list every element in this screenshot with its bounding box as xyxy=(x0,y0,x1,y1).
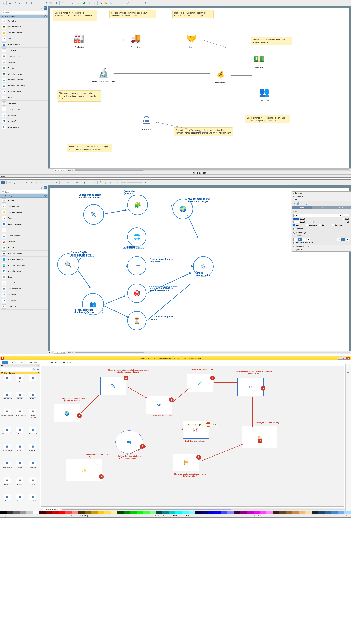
inspector-section-behaviour[interactable]: Behaviour xyxy=(292,192,351,195)
library-item[interactable]: 👥Board of directors xyxy=(0,42,48,48)
library-item[interactable]: 📊Accounting xyxy=(0,18,48,24)
tool-rect-icon[interactable]: ▭ xyxy=(8,180,12,184)
library-grid-item[interactable]: ▣Internati... division xyxy=(14,408,26,426)
nav-left-icon[interactable]: ◂ xyxy=(49,169,50,171)
library-search-input[interactable] xyxy=(1,368,32,371)
library-grid-item[interactable]: ▣Operator 1 xyxy=(14,494,26,510)
tool-conn-icon[interactable]: ⤵ xyxy=(30,180,33,184)
zoom-slider[interactable] xyxy=(330,516,343,516)
tool-tree3-icon[interactable]: ⧈ xyxy=(92,1,96,5)
palette-swatch[interactable] xyxy=(13,511,20,514)
palette-swatch[interactable] xyxy=(189,511,195,514)
library-item[interactable]: 🚚Distribution xyxy=(0,239,48,245)
library-grid-item[interactable]: ▣Legal department xyxy=(1,444,13,460)
node-personnel[interactable]: 👥 Personnel xyxy=(256,85,273,102)
menu-shape[interactable]: Shape xyxy=(20,361,26,364)
tool-ellipse-icon[interactable]: ◯ xyxy=(13,1,17,5)
align-justify-icon[interactable]: ≣ xyxy=(306,238,310,241)
node-rnd[interactable]: 🔬 Research and Development xyxy=(92,66,115,82)
palette-swatch[interactable] xyxy=(253,511,260,514)
tool-conn5-icon[interactable]: ↺ xyxy=(44,1,48,5)
zoom-control[interactable]: Custom 80% ⇵ xyxy=(54,169,67,171)
tool-note-icon[interactable]: 🗒 xyxy=(54,180,58,184)
wf-node-3[interactable]: 🐿 xyxy=(146,396,172,414)
align-right-icon[interactable]: ≡ xyxy=(302,238,306,241)
zoom-slider[interactable] xyxy=(121,2,142,4)
library-item[interactable]: 💻Information systems xyxy=(0,71,48,77)
library-item[interactable]: 🌍International marketing xyxy=(0,262,48,268)
palette-swatch[interactable] xyxy=(169,511,176,514)
layers-icon[interactable]: ☰ xyxy=(346,370,350,374)
wf-node-7[interactable]: ⛅ xyxy=(242,426,277,448)
tool-arr-icon[interactable]: ⟿ xyxy=(76,180,80,184)
tool-layout-icon[interactable]: ⧈ xyxy=(92,180,96,184)
library-grid-item[interactable]: ▣Copy center xyxy=(27,375,39,391)
p3-diagram-canvas[interactable]: 🌍 1 Geophysical environment of ground, a… xyxy=(41,366,344,506)
palette-swatch[interactable] xyxy=(111,511,117,514)
menu-document[interactable]: Document xyxy=(29,361,37,364)
palette-swatch[interactable] xyxy=(0,511,7,514)
palette-swatch[interactable] xyxy=(52,511,59,514)
palette-swatch[interactable] xyxy=(227,511,234,514)
tab-tabs[interactable]: Tabs xyxy=(312,206,331,209)
library-item[interactable]: 📄Copy center xyxy=(0,227,48,233)
node-collect[interactable]: 🛰 xyxy=(83,204,104,225)
library-item[interactable]: 🌐International division xyxy=(0,256,48,262)
tool-conn2-icon[interactable]: ⤵ xyxy=(30,1,33,5)
library-item[interactable]: 🖥Online booking xyxy=(0,304,48,310)
menu-icon[interactable]: ☰ xyxy=(36,368,39,371)
library-search[interactable]: 🔍 xyxy=(1,190,47,194)
library-grid-item[interactable]: ▣Mailroom 1 xyxy=(14,444,26,460)
library-item[interactable]: ☎Customer service xyxy=(0,233,48,239)
library-item[interactable]: ✉Mailroom 1 xyxy=(0,292,48,298)
tool-conn-icon[interactable]: ↺ xyxy=(44,180,48,184)
font-size-input[interactable] xyxy=(343,214,349,216)
node-georef[interactable]: 🌐 xyxy=(127,228,146,247)
tool-conn4-icon[interactable]: ↪ xyxy=(39,1,43,5)
tool-arr2-icon[interactable]: ⇢ xyxy=(66,1,70,5)
library-grid-item[interactable]: ▣Distributi... xyxy=(14,392,26,408)
palette-swatch[interactable] xyxy=(286,511,292,514)
library-close-icon[interactable]: i xyxy=(45,15,47,18)
library-grid-item[interactable]: ▣Internati... marketing xyxy=(27,408,39,426)
tool-ptr-icon[interactable]: ↖ xyxy=(1,1,5,5)
palette-swatch[interactable] xyxy=(85,511,91,514)
palette-swatch[interactable] xyxy=(331,511,338,514)
view-icons[interactable]: ▦ ▤ ▥ xyxy=(68,169,73,171)
close-icon[interactable]: ✕ xyxy=(38,372,39,374)
zoom-out-icon[interactable]: − xyxy=(328,515,329,517)
palette-swatch[interactable] xyxy=(20,511,26,514)
grid-view-icon[interactable]: ▦ xyxy=(40,6,43,10)
tool-ellipse-icon[interactable]: ◯ xyxy=(13,180,17,184)
microscope-icon[interactable]: 🔬 xyxy=(296,202,299,205)
palette-swatch[interactable] xyxy=(292,511,299,514)
tool-note-icon[interactable]: 🗒 xyxy=(54,1,58,5)
tool-zoomin-icon[interactable]: ＋ xyxy=(144,1,147,5)
palette-swatch[interactable] xyxy=(130,511,137,514)
palette-swatch[interactable] xyxy=(305,511,312,514)
tool-tree1-icon[interactable]: 🌲 xyxy=(82,1,86,5)
wf-node-5[interactable]: ⚛ xyxy=(237,378,263,396)
node-investment[interactable]: 🏛 Investment xyxy=(138,114,155,130)
tool-arr-icon[interactable]: ↘ xyxy=(61,180,65,184)
palette-swatch[interactable] xyxy=(318,511,325,514)
library-item[interactable]: 🚚Distribution xyxy=(0,59,48,65)
palette-swatch[interactable] xyxy=(176,511,182,514)
tool-zoomin-icon[interactable]: ＋ xyxy=(144,180,147,184)
search-toggle-icon[interactable]: 🔍 xyxy=(44,6,47,10)
pencil-icon[interactable]: ✎ xyxy=(293,202,295,205)
search-input[interactable] xyxy=(5,191,46,193)
library-item[interactable]: 🏛Bank xyxy=(0,215,48,221)
library-item[interactable]: 📋Sale contract xyxy=(0,280,48,286)
tool-arr4-icon[interactable]: ⟿ xyxy=(76,1,80,5)
color-palette[interactable] xyxy=(0,511,351,514)
menu-view[interactable]: View xyxy=(40,361,45,364)
page-tab[interactable]: Work flow chart (1/1) xyxy=(43,508,60,511)
library-item[interactable]: ☎Customer service xyxy=(0,54,48,59)
palette-swatch[interactable] xyxy=(124,511,130,514)
tool-line-icon[interactable]: ╱ xyxy=(18,1,22,5)
tool-eyedrop-icon[interactable]: 💧 xyxy=(109,180,113,184)
library-item[interactable]: ✉Mailroom 1 xyxy=(0,112,48,118)
node-production[interactable]: 🏭 Production xyxy=(71,32,88,48)
library-grid-item[interactable]: ▣Board of directors xyxy=(14,375,26,391)
